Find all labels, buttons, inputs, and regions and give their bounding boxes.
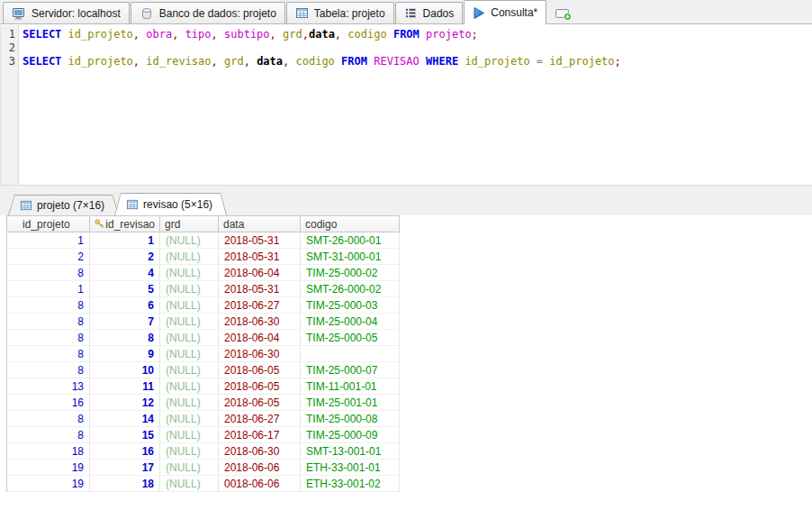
grid-cell[interactable]: TIM-25-000-08 [301,411,400,427]
grid-cell[interactable]: 8 [7,346,90,362]
grid-cell[interactable]: 8 [90,330,160,346]
grid-cell[interactable]: 4 [90,265,160,281]
grid-cell[interactable]: 13 [7,378,90,395]
grid-cell[interactable]: 18 [7,443,90,460]
grid-cell[interactable]: 10 [90,362,160,378]
grid-cell[interactable]: 6 [90,297,160,314]
grid-cell[interactable]: (NULL) [160,476,219,492]
grid-cell[interactable]: 2018-06-06 [219,460,301,476]
grid-cell[interactable]: TIM-25-000-07 [301,362,400,378]
grid-cell[interactable]: TIM-25-000-09 [301,427,400,443]
column-header-id_revisao[interactable]: id_revisao [90,216,160,232]
grid-cell[interactable]: 2018-06-27 [219,297,301,314]
grid-cell[interactable]: 2018-06-30 [219,314,301,330]
grid-cell[interactable]: (NULL) [160,232,219,249]
grid-cell[interactable]: 15 [90,427,160,443]
table-row: 22(NULL)2018-05-31SMT-31-000-01 [7,249,400,265]
grid-cell[interactable]: 1 [90,232,160,249]
grid-cell[interactable]: 1 [7,232,90,249]
result-tab-projeto[interactable]: projeto (7×16) [8,195,119,215]
grid-cell[interactable]: TIM-11-001-01 [301,378,400,395]
grid-cell[interactable]: (NULL) [160,265,219,281]
grid-cell[interactable]: SMT-26-000-02 [301,281,400,297]
column-header-data[interactable]: data [219,216,301,232]
grid-cell[interactable]: TIM-25-000-05 [301,330,400,346]
tab-data[interactable]: Dados [395,2,464,23]
grid-cell[interactable]: (NULL) [160,411,219,427]
grid-cell[interactable]: 2018-05-31 [219,249,301,265]
grid-cell[interactable]: 2 [7,249,90,265]
grid-cell[interactable]: 2018-06-04 [219,265,301,281]
grid-cell[interactable]: 11 [90,378,160,395]
grid-cell[interactable]: 8 [7,297,90,314]
grid-cell[interactable]: 8 [7,330,90,346]
grid-cell[interactable]: (NULL) [160,378,219,395]
grid-cell[interactable]: ETH-33-001-02 [301,476,400,492]
grid-cell[interactable]: 19 [7,476,90,492]
tab-query[interactable]: Consulta* [464,0,546,24]
grid-cell[interactable]: (NULL) [160,330,219,346]
grid-cell[interactable]: (NULL) [160,346,219,362]
grid-cell[interactable]: 16 [7,395,90,411]
new-query-tab-button[interactable] [549,3,578,23]
grid-cell[interactable]: 8 [7,362,90,378]
tab-table-label: Tabela: projeto [314,7,385,20]
tab-server[interactable]: Servidor: localhost [3,2,130,23]
grid-cell[interactable]: 2018-06-30 [219,346,301,362]
grid-cell[interactable]: (NULL) [160,395,219,411]
grid-cell[interactable] [301,346,400,362]
result-tab-revisao[interactable]: revisao (5×16) [114,193,227,215]
grid-cell[interactable]: (NULL) [160,314,219,330]
grid-cell[interactable]: 7 [90,314,160,330]
column-header-codigo[interactable]: codigo [301,216,400,232]
grid-cell[interactable]: 17 [90,460,160,476]
grid-cell[interactable]: SMT-31-000-01 [301,249,400,265]
grid-cell[interactable]: 2018-06-27 [219,411,301,427]
editor-code[interactable]: SELECT id_projeto, obra, tipo, subtipo, … [19,25,812,185]
tab-database[interactable]: Banco de dados: projeto [131,2,285,23]
grid-cell[interactable]: TIM-25-000-02 [301,265,400,281]
code-line[interactable]: SELECT id_projeto, obra, tipo, subtipo, … [23,28,812,41]
grid-cell[interactable]: 19 [7,460,90,476]
grid-cell[interactable]: 2018-06-17 [219,427,301,443]
grid-cell[interactable]: 2018-06-05 [219,362,301,378]
grid-cell[interactable]: SMT-13-001-01 [301,443,400,460]
grid-cell[interactable]: 2 [90,249,160,265]
grid-cell[interactable]: 2018-06-30 [219,443,301,460]
grid-cell[interactable]: (NULL) [160,297,219,314]
grid-cell[interactable]: 8 [7,265,90,281]
column-header-grd[interactable]: grd [160,216,219,232]
grid-cell[interactable]: 14 [90,411,160,427]
grid-cell[interactable]: SMT-26-000-01 [301,232,400,249]
code-line[interactable]: SELECT id_projeto, id_revisao, grd, data… [23,55,812,68]
tab-table[interactable]: Tabela: projeto [286,2,394,23]
grid-cell[interactable]: 8 [7,427,90,443]
grid-cell[interactable]: (NULL) [160,362,219,378]
grid-cell[interactable]: 2018-05-31 [219,281,301,297]
grid-cell[interactable]: 5 [90,281,160,297]
grid-cell[interactable]: (NULL) [160,249,219,265]
grid-cell[interactable]: TIM-25-000-04 [301,314,400,330]
grid-cell[interactable]: 1 [7,281,90,297]
column-header-id_projeto[interactable]: id_projeto [7,216,90,232]
code-line[interactable] [23,41,812,55]
grid-cell[interactable]: 16 [90,443,160,460]
grid-cell[interactable]: 2018-05-31 [219,232,301,249]
grid-cell[interactable]: 0018-06-06 [219,476,301,492]
grid-cell[interactable]: (NULL) [160,443,219,460]
grid-cell[interactable]: 8 [7,411,90,427]
grid-cell[interactable]: 9 [90,346,160,362]
grid-cell[interactable]: ETH-33-001-01 [301,460,400,476]
grid-cell[interactable]: (NULL) [160,460,219,476]
grid-cell[interactable]: 2018-06-05 [219,378,301,395]
grid-cell[interactable]: 12 [90,395,160,411]
grid-cell[interactable]: 18 [90,476,160,492]
grid-cell[interactable]: 2018-06-04 [219,330,301,346]
grid-cell[interactable]: (NULL) [160,427,219,443]
grid-cell[interactable]: (NULL) [160,281,219,297]
grid-cell[interactable]: 8 [7,314,90,330]
grid-cell[interactable]: 2018-06-05 [219,395,301,411]
grid-cell[interactable]: TIM-25-000-03 [301,297,400,314]
grid-cell[interactable]: TIM-25-001-01 [301,395,400,411]
sql-editor[interactable]: 123 SELECT id_projeto, obra, tipo, subti… [0,25,812,185]
